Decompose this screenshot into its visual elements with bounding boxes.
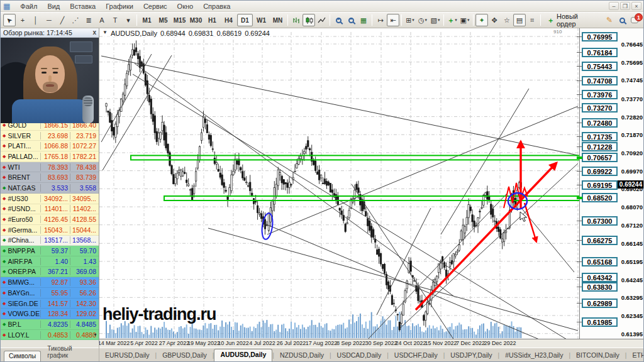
- market-watch-row[interactable]: ◆BRENT83.69383.739: [1, 172, 99, 183]
- candlestick-chart-button[interactable]: [303, 14, 315, 26]
- close-button[interactable]: ×: [631, 2, 641, 10]
- price-level-box[interactable]: 0.69195: [582, 180, 618, 190]
- line-chart-button[interactable]: [315, 14, 328, 26]
- timeframe-button-mn[interactable]: MN: [270, 14, 286, 26]
- strategy-tester-button[interactable]: ⌗: [526, 14, 538, 26]
- market-watch-row[interactable]: ◆#China...13517...13568...: [1, 236, 99, 246]
- market-watch-row[interactable]: ◆BAYGn...55.9556.26: [1, 288, 99, 299]
- timeframe-button-m15[interactable]: M15: [172, 14, 187, 26]
- price-scale[interactable]: ☺ LevelsPaint 0.766450.756950.747450.737…: [579, 28, 643, 339]
- chart-tab-audusd[interactable]: AUDUSD,Daily: [214, 349, 272, 361]
- market-watch-row[interactable]: ◆#Germa...15043...15044...: [1, 225, 99, 236]
- shapes-tool-button[interactable]: ▾: [122, 14, 135, 26]
- timeframe-button-w1[interactable]: W1: [253, 14, 269, 26]
- text-tool-button[interactable]: A: [96, 14, 108, 26]
- close-icon[interactable]: x: [92, 29, 96, 36]
- timeframe-button-m30[interactable]: M30: [188, 14, 204, 26]
- indicators-button[interactable]: ＋▾: [446, 14, 458, 26]
- fibonacci-tool-button[interactable]: ≣: [82, 14, 95, 26]
- price-level-box[interactable]: 0.71735: [582, 132, 618, 141]
- menu-item-4[interactable]: Сервис: [138, 2, 172, 11]
- templates-button[interactable]: ▧▾: [429, 14, 441, 26]
- timeframe-button-h1[interactable]: H1: [204, 14, 220, 26]
- scroll-down-icon[interactable]: ▼: [93, 332, 97, 337]
- price-level-box[interactable]: 0.71228: [582, 142, 618, 151]
- zoom-out-button[interactable]: −: [345, 14, 357, 26]
- market-watch-row[interactable]: ◆SILVER23.69823.719: [1, 131, 99, 141]
- market-watch-row[interactable]: ◆SIEGn.DE141.57142.30: [1, 299, 99, 309]
- crosshair-mode-button[interactable]: ✥: [488, 14, 501, 26]
- price-level-box[interactable]: 0.69922: [582, 167, 618, 176]
- timeframe-button-m5[interactable]: M5: [155, 14, 171, 26]
- chart-tab-nzdusd[interactable]: NZDUSD,Daily: [274, 350, 330, 361]
- cursor-tool-button[interactable]: ➤: [3, 14, 16, 26]
- price-level-box[interactable]: 0.76995: [582, 32, 618, 41]
- market-watch-row[interactable]: ◆#USND...11401...11402...: [1, 204, 99, 215]
- horizontal-line-tool-button[interactable]: ─: [43, 14, 55, 26]
- price-level-box[interactable]: 0.65168: [582, 257, 618, 266]
- menu-item-3[interactable]: Графики: [101, 2, 138, 11]
- crosshair-tool-button[interactable]: +: [16, 14, 29, 26]
- market-watch-row[interactable]: ◆OREP.PA367.21369.08: [1, 267, 99, 278]
- auto-scroll-button[interactable]: ↦: [374, 14, 387, 26]
- price-level-box[interactable]: 0.68520: [582, 193, 618, 202]
- chart-tab-bitcoin[interactable]: BITCOIN,Daily: [570, 350, 625, 361]
- menu-item-0[interactable]: Файл: [15, 2, 42, 11]
- price-level-box[interactable]: 0.76184: [582, 48, 618, 57]
- price-level-box[interactable]: 0.67300: [582, 216, 618, 226]
- new-chart-button[interactable]: ⊞▾: [404, 14, 416, 26]
- price-level-box[interactable]: 0.70657: [582, 153, 618, 162]
- market-watch-row[interactable]: ◆WTI78.39378.438: [1, 162, 99, 173]
- chart-tab-usdcad[interactable]: USDCAD,Daily: [331, 350, 387, 361]
- bar-chart-button[interactable]: [290, 14, 303, 26]
- data-window-button[interactable]: ▤: [513, 14, 526, 26]
- chart-tab-eurusd[interactable]: EURUSD,Daily: [99, 350, 155, 361]
- chart-tab-gbpusd[interactable]: GBPUSD,Daily: [157, 350, 213, 361]
- add-window-button[interactable]: ▣▾: [458, 14, 471, 26]
- price-level-box[interactable]: 0.61985: [582, 317, 618, 327]
- price-level-box[interactable]: 0.74708: [582, 76, 618, 85]
- candles[interactable]: [106, 40, 522, 331]
- market-watch-row[interactable]: ◆BP.L4.82354.8485: [1, 319, 99, 330]
- price-level-box[interactable]: 0.66275: [582, 236, 618, 245]
- search-icon[interactable]: [616, 14, 628, 26]
- menu-item-1[interactable]: Вид: [42, 2, 65, 11]
- timeframe-button-h4[interactable]: H4: [221, 14, 236, 26]
- menu-item-6[interactable]: Справка: [198, 2, 235, 11]
- minimize-button[interactable]: –: [609, 2, 619, 10]
- tile-windows-button[interactable]: ▦: [357, 14, 370, 26]
- chart-tab-usdchf[interactable]: USDCHF,Daily: [389, 350, 443, 361]
- market-watch-tab-0[interactable]: Символы: [4, 351, 41, 361]
- market-watch-row[interactable]: ◆BNPP.PA59.3759.70: [1, 246, 99, 256]
- profiles-button[interactable]: ◷▾: [416, 14, 429, 26]
- price-chart[interactable]: [99, 28, 579, 340]
- market-watch-row[interactable]: ◆#US3034092...34095...: [1, 194, 99, 204]
- price-level-box[interactable]: 0.72480: [582, 118, 618, 128]
- chart-tab-usdjpy[interactable]: USDJPY,Daily: [445, 350, 497, 361]
- menu-item-5[interactable]: Окно: [172, 2, 199, 11]
- market-watch-row[interactable]: ◆VOWG.DE128.34129.02: [1, 309, 99, 319]
- chart-tab-ethereum[interactable]: ETHEREUM,Daily: [626, 350, 643, 361]
- restore-button[interactable]: ❐: [620, 2, 630, 10]
- market-watch-row[interactable]: ◆LLOY.L0.48530.4880▼: [1, 330, 99, 341]
- zoom-in-button[interactable]: +: [332, 14, 345, 26]
- chart-properties-button[interactable]: ✦: [475, 14, 488, 26]
- notifications-button[interactable]: 1: [628, 14, 641, 26]
- timeframe-button-d1[interactable]: D1: [237, 14, 253, 26]
- price-level-box[interactable]: 0.73270: [582, 103, 618, 112]
- price-level-box[interactable]: 0.64342: [582, 273, 618, 282]
- market-watch-row[interactable]: ◆BMWG...92.8793.36: [1, 277, 99, 288]
- market-watch-row[interactable]: ◆NAT.GAS3.5333.558: [1, 183, 99, 194]
- time-scale[interactable]: 14 Mar 20225 Apr 202227 Apr 202219 May 2…: [99, 339, 643, 348]
- price-level-box[interactable]: 0.73976: [582, 90, 618, 99]
- new-order-button[interactable]: ＋ Новый ордер: [543, 14, 603, 26]
- chart-tab-ussidx_h23[interactable]: #USSidx_H23,Daily: [499, 350, 569, 361]
- market-watch-row[interactable]: ◆PALLAD...1765.181782.21: [1, 151, 99, 162]
- chart-shift-button[interactable]: ⇤: [387, 14, 399, 26]
- timeframe-button-m1[interactable]: M1: [139, 14, 155, 26]
- text-label-tool-button[interactable]: T: [109, 14, 121, 26]
- price-level-box[interactable]: 0.63830: [582, 282, 618, 292]
- vertical-line-tool-button[interactable]: │: [30, 14, 42, 26]
- market-watch-row[interactable]: ◆#Euro504126.454128.55: [1, 214, 99, 225]
- eraser-icon[interactable]: ✎: [603, 14, 616, 26]
